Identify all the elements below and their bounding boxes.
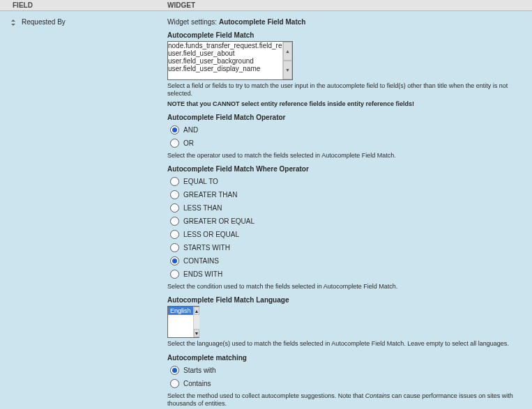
radio-icon[interactable]	[170, 379, 179, 388]
matching-help: Select the method used to collect autoco…	[167, 392, 524, 408]
scroll-down-icon[interactable]: ▼	[283, 61, 292, 79]
language-help: Select the language(s) used to match the…	[167, 340, 524, 348]
field-match-option[interactable]: user.field_user_about	[168, 49, 282, 57]
where-operator-option[interactable]: LESS OR EQUAL	[170, 230, 524, 239]
where-operator-option[interactable]: LESS THAN	[170, 203, 524, 213]
where-operator-label: STARTS WITH	[183, 244, 230, 252]
operator-label: OR	[183, 139, 194, 147]
field-match-option[interactable]: user.field_user_display_name	[168, 65, 282, 72]
section-title-operator: Autocomplete Field Match Operator	[167, 114, 524, 121]
where-operator-option[interactable]: STARTS WITH	[170, 243, 524, 252]
where-operator-option[interactable]: GREATER OR EQUAL	[170, 217, 524, 226]
header-widget: WIDGET	[167, 0, 532, 10]
matching-label: Starts with	[183, 366, 216, 374]
section-title-where-operator: Autocomplete Field Match Where Operator	[167, 165, 524, 173]
where-operator-label: LESS OR EQUAL	[183, 231, 239, 238]
radio-icon[interactable]	[170, 125, 179, 134]
where-operator-option[interactable]: ENDS WITH	[170, 270, 524, 279]
where-operator-help: Select the condition used to match the f…	[167, 283, 524, 291]
where-operator-label: LESS THAN	[183, 204, 222, 212]
field-match-option[interactable]: node.funds_transfer_request.field_reques…	[168, 42, 282, 49]
radio-icon[interactable]	[170, 139, 179, 148]
where-operator-option[interactable]: CONTAINS	[170, 256, 524, 265]
radio-icon[interactable]	[170, 190, 179, 199]
where-operator-label: GREATER THAN	[183, 191, 237, 199]
operator-option[interactable]: AND	[170, 125, 524, 134]
field-match-help-1: Select a field or fields to try to match…	[167, 82, 524, 98]
scroll-up-icon[interactable]: ▲	[283, 42, 292, 61]
matching-option[interactable]: Starts with	[170, 366, 524, 375]
field-match-multiselect[interactable]: node.funds_transfer_request.field_reques…	[167, 41, 293, 80]
scroll-up-icon[interactable]: ▲	[194, 307, 200, 315]
section-title-language: Autocomplete Field Match Language	[167, 296, 524, 304]
header-field: FIELD	[0, 0, 167, 10]
radio-icon[interactable]	[170, 270, 179, 279]
section-title-matching: Autocomplete matching	[167, 354, 524, 362]
scroll-down-icon[interactable]: ▼	[194, 329, 200, 337]
where-operator-label: CONTAINS	[183, 257, 219, 265]
where-operator-option[interactable]: EQUAL TO	[170, 177, 524, 186]
language-option[interactable]: English	[168, 307, 193, 315]
where-operator-label: EQUAL TO	[183, 178, 218, 185]
drag-handle-icon[interactable]	[10, 20, 16, 26]
section-title-field-match: Autocomplete Field Match	[167, 31, 524, 39]
radio-icon[interactable]	[170, 366, 179, 375]
language-multiselect[interactable]: English ▲ ▼	[167, 306, 199, 338]
operator-option[interactable]: OR	[170, 139, 524, 148]
field-match-help-2: NOTE that you CANNOT select entity refer…	[167, 100, 414, 107]
radio-icon[interactable]	[170, 217, 179, 226]
matching-label: Contains	[183, 380, 211, 387]
radio-icon[interactable]	[170, 177, 179, 186]
where-operator-label: ENDS WITH	[183, 270, 222, 278]
matching-option[interactable]: Contains	[170, 379, 524, 388]
field-label: Requested By	[22, 18, 66, 26]
operator-label: AND	[183, 126, 198, 134]
radio-icon[interactable]	[170, 203, 179, 213]
radio-icon[interactable]	[170, 256, 179, 265]
radio-icon[interactable]	[170, 243, 179, 252]
widget-settings-label: Widget settings:	[167, 18, 217, 26]
where-operator-label: GREATER OR EQUAL	[183, 217, 254, 225]
field-match-option[interactable]: user.field_user_background	[168, 57, 282, 65]
where-operator-option[interactable]: GREATER THAN	[170, 190, 524, 199]
radio-icon[interactable]	[170, 230, 179, 239]
widget-settings-value: Autocomplete Field Match	[219, 18, 305, 26]
operator-help: Select the operator used to match the fi…	[167, 152, 524, 160]
